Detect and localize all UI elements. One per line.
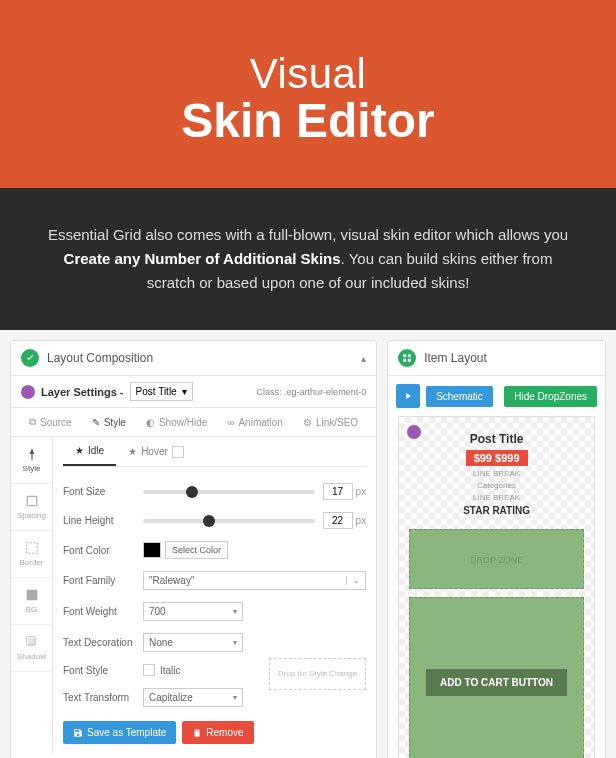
editor-workspace: Layout Composition ▴ Layer Settings - Po… (0, 330, 616, 758)
add-to-cart-button[interactable]: ADD TO CART BUTTON (426, 669, 567, 696)
item-layout-panel: Item Layout Schematic Hide DropZones Pos… (387, 340, 606, 758)
sidebar-style[interactable]: Style (11, 437, 52, 484)
texttransform-select[interactable]: Capitalize▾ (143, 688, 243, 707)
sidebar-border[interactable]: Border (11, 531, 52, 578)
textdecoration-select[interactable]: None▾ (143, 633, 243, 652)
tab-source[interactable]: ⧉ Source (19, 408, 82, 436)
row-fontfamily: Font Family "Raleway"⌄ (63, 565, 366, 596)
layer-icon (21, 385, 35, 399)
svg-rect-0 (27, 496, 36, 505)
sidebar-spacing[interactable]: Spacing (11, 484, 52, 531)
sidebar-bg[interactable]: BG (11, 578, 52, 625)
tab-style[interactable]: ✎ Style (82, 408, 136, 436)
sidebar-shadow[interactable]: Shadow (11, 625, 52, 672)
svg-rect-5 (403, 354, 406, 357)
panel-header[interactable]: Item Layout (388, 341, 605, 376)
svg-rect-1 (26, 543, 37, 554)
svg-rect-7 (403, 359, 406, 362)
row-fontweight: Font Weight 700▾ (63, 596, 366, 627)
row-textdecoration: Text Decoration None▾ (63, 627, 366, 658)
post-title[interactable]: Post Title (409, 432, 584, 446)
row-lineheight: Line Height px (63, 506, 366, 535)
row-fontstyle: Font Style Italic (63, 658, 259, 682)
categories[interactable]: Categories (409, 481, 584, 490)
tab-hover[interactable]: ★ Hover (116, 437, 196, 466)
panel-header[interactable]: Layout Composition ▴ (11, 341, 376, 376)
item-header: Post Title $99 $999 LINE BREAK Categorie… (409, 427, 584, 521)
item-canvas[interactable]: Post Title $99 $999 LINE BREAK Categorie… (398, 416, 595, 758)
price-badge[interactable]: $99 $999 (466, 450, 528, 466)
fontsize-input[interactable] (323, 483, 353, 500)
remove-button[interactable]: Remove (182, 721, 253, 744)
panel-title: Layout Composition (47, 351, 153, 365)
state-tabs: ★ Idle ★ Hover (63, 437, 366, 467)
dropzone-main[interactable]: ADD TO CART BUTTON (409, 597, 584, 758)
lineheight-slider[interactable] (143, 519, 315, 523)
layer-settings-bar: Layer Settings - Post Title ▾ Class: .eg… (11, 376, 376, 408)
hero-banner: Visual Skin Editor (0, 0, 616, 188)
star-rating[interactable]: STAR RATING (409, 505, 584, 516)
line-break: LINE BREAK (409, 493, 584, 502)
tab-idle[interactable]: ★ Idle (63, 437, 116, 466)
row-texttransform: Text Transform Capitalize▾ (63, 682, 259, 713)
fontfamily-select[interactable]: "Raleway"⌄ (143, 571, 366, 590)
save-template-button[interactable]: Save as Template (63, 721, 176, 744)
play-button[interactable] (396, 384, 420, 408)
select-color-button[interactable]: Select Color (165, 541, 228, 559)
layer-label: Layer Settings - (41, 386, 124, 398)
layout-composition-panel: Layout Composition ▴ Layer Settings - Po… (10, 340, 377, 758)
italic-checkbox[interactable] (143, 664, 155, 676)
fontweight-select[interactable]: 700▾ (143, 602, 243, 621)
layer-tabs: ⧉ Source ✎ Style ◐ Show/Hide ∞ Animation… (11, 408, 376, 437)
dropzone-top[interactable]: DROP ZONE (409, 529, 584, 589)
schematic-button[interactable]: Schematic (426, 386, 493, 407)
row-fontsize: Font Size px (63, 477, 366, 506)
hero-title-bold: Skin Editor (20, 93, 596, 148)
toggle-icon (398, 349, 416, 367)
layer-class: Class: .eg-arthur-element-0 (257, 387, 367, 397)
layer-type-select[interactable]: Post Title ▾ (130, 382, 194, 401)
item-layout-toolbar: Schematic Hide DropZones (388, 376, 605, 416)
color-swatch[interactable] (143, 542, 161, 558)
tab-animation[interactable]: ∞ Animation (217, 408, 293, 436)
svg-rect-8 (408, 359, 411, 362)
tab-linkseo[interactable]: ⚙ Link/SEO (293, 408, 368, 436)
collapse-icon[interactable]: ▴ (361, 353, 366, 364)
hide-dropzones-button[interactable]: Hide DropZones (504, 386, 597, 407)
hover-checkbox[interactable] (172, 446, 184, 458)
style-content: ★ Idle ★ Hover Font Size px Line Height … (53, 437, 376, 754)
description: Essential Grid also comes with a full-bl… (0, 188, 616, 330)
style-sidebar: Style Spacing Border BG Shadow (11, 437, 53, 754)
row-fontcolor: Font Color Select Color (63, 535, 366, 565)
line-break: LINE BREAK (409, 469, 584, 478)
panel-title: Item Layout (424, 351, 487, 365)
svg-rect-6 (408, 354, 411, 357)
lineheight-input[interactable] (323, 512, 353, 529)
fontsize-slider[interactable] (143, 490, 315, 494)
toggle-icon (21, 349, 39, 367)
style-dropzone[interactable]: Drop for Style Change (269, 658, 366, 690)
hero-title-thin: Visual (20, 50, 596, 98)
svg-rect-2 (26, 590, 37, 601)
tab-showhide[interactable]: ◐ Show/Hide (136, 408, 217, 436)
